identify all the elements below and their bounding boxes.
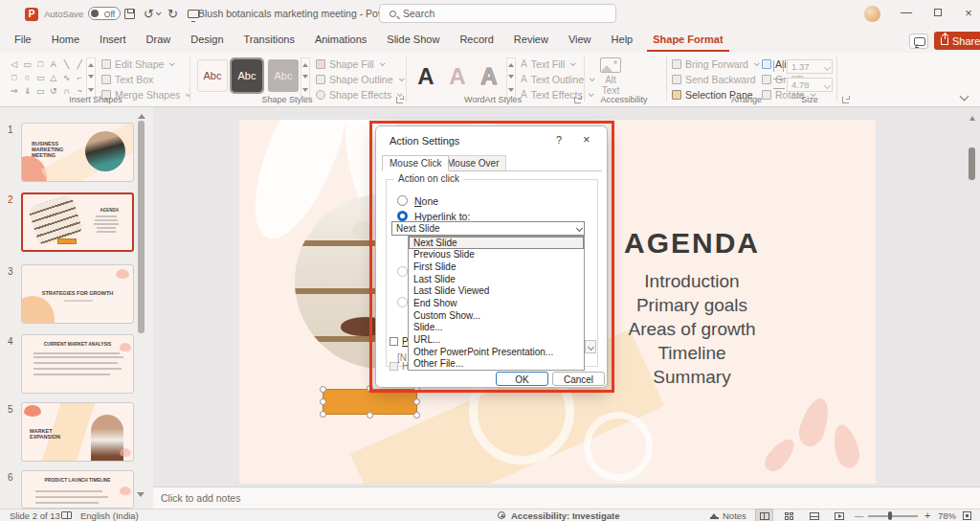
spellcheck-icon[interactable] bbox=[61, 511, 72, 519]
text-fill-button[interactable]: AText Fill bbox=[521, 57, 593, 71]
tab-review[interactable]: Review bbox=[508, 28, 554, 50]
notes-placeholder[interactable]: Click to add notes bbox=[161, 492, 240, 504]
wordart-dialog-launcher[interactable] bbox=[574, 97, 581, 103]
zoom-slider-thumb[interactable] bbox=[888, 511, 892, 520]
send-backward-button[interactable]: Send Backward bbox=[672, 72, 766, 86]
autosave-toggle[interactable]: Off bbox=[88, 7, 121, 20]
tab-mouse-click[interactable]: Mouse Click bbox=[382, 155, 449, 171]
normal-view-button[interactable] bbox=[756, 510, 772, 521]
tab-design[interactable]: Design bbox=[185, 28, 229, 50]
option-slide[interactable]: Slide... bbox=[409, 322, 584, 334]
slide-thumbnail-6[interactable]: PRODUCT LAUNCH TIMELINE bbox=[21, 470, 134, 509]
play-sound-checkbox[interactable] bbox=[390, 337, 398, 346]
tab-help[interactable]: Help bbox=[606, 28, 639, 50]
resize-handle-top-left[interactable] bbox=[320, 386, 326, 393]
option-custom-show[interactable]: Custom Show... bbox=[409, 309, 584, 322]
shape-style-swatch-3[interactable]: Abc bbox=[268, 59, 299, 92]
shape-fill-button[interactable]: Shape Fill bbox=[316, 57, 403, 71]
edit-shape-button[interactable]: Edit Shape bbox=[101, 57, 189, 71]
slide-thumbnail-4[interactable]: CURRENT MARKET ANALYSIS bbox=[21, 334, 134, 394]
tab-file[interactable]: File bbox=[9, 28, 37, 50]
option-url[interactable]: URL... bbox=[409, 334, 584, 347]
hyperlink-to-combobox[interactable]: Next Slide bbox=[391, 221, 585, 236]
shape-style-gallery-scroll[interactable] bbox=[301, 57, 310, 98]
dialog-help-button[interactable]: ? bbox=[556, 134, 562, 146]
wordart-style-2[interactable]: A bbox=[443, 58, 472, 95]
scroll-up-arrow[interactable] bbox=[969, 113, 975, 121]
selected-action-shape[interactable] bbox=[323, 389, 417, 415]
size-dialog-launcher[interactable] bbox=[842, 97, 849, 103]
bring-forward-button[interactable]: Bring Forward bbox=[672, 57, 766, 71]
reading-view-button[interactable] bbox=[806, 510, 822, 521]
highlight-click-checkbox[interactable] bbox=[390, 362, 398, 371]
save-button[interactable] bbox=[124, 6, 135, 21]
notes-toggle[interactable]: Notes bbox=[723, 510, 746, 521]
minimize-button[interactable]: — bbox=[898, 6, 915, 21]
language-indicator[interactable]: English (India) bbox=[80, 510, 139, 521]
radio-run-macro[interactable] bbox=[397, 297, 408, 307]
search-input[interactable]: Search bbox=[379, 4, 616, 23]
tab-shape-format[interactable]: Shape Format bbox=[647, 28, 728, 52]
wordart-gallery-scroll[interactable] bbox=[506, 57, 516, 98]
share-button[interactable]: Share bbox=[934, 32, 980, 50]
thumbnail-scroll-up-arrow[interactable] bbox=[138, 110, 145, 119]
option-other-presentation[interactable]: Other PowerPoint Presentation... bbox=[409, 346, 584, 358]
shape-style-swatch-2-selected[interactable]: Abc bbox=[232, 59, 262, 92]
tab-transitions[interactable]: Transitions bbox=[238, 28, 301, 50]
slide-counter[interactable]: Slide 2 of 13 bbox=[10, 510, 60, 521]
radio-hyperlink-to[interactable] bbox=[397, 211, 408, 221]
close-button[interactable]: × bbox=[960, 6, 977, 21]
option-last-slide-viewed[interactable]: Last Slide Viewed bbox=[409, 285, 584, 298]
option-end-show[interactable]: End Show bbox=[409, 297, 584, 309]
radio-none-label[interactable]: None bbox=[414, 195, 438, 207]
radio-run-program[interactable] bbox=[397, 266, 408, 277]
canvas-scrollbar[interactable] bbox=[968, 109, 977, 485]
option-last-slide[interactable]: Last Slide bbox=[409, 273, 584, 285]
slide-thumbnail-3[interactable]: STRATEGIES FOR GROWTH bbox=[21, 264, 134, 324]
slide-thumbnail-5[interactable]: MARKET EXPANSION bbox=[21, 402, 134, 462]
thumbnail-scroll-down-arrow[interactable] bbox=[137, 492, 145, 501]
scrollbar-thumb[interactable] bbox=[969, 147, 975, 180]
cancel-button[interactable]: Cancel bbox=[552, 372, 605, 386]
shape-gallery[interactable]: ◁▭□A╲╱ □○▭△∿⌐ ⇒⇓▭↺∩~ bbox=[8, 57, 86, 98]
zoom-in-button[interactable]: + bbox=[924, 510, 930, 521]
resize-handle-mid-left[interactable] bbox=[320, 398, 326, 405]
option-previous-slide[interactable]: Previous Slide bbox=[409, 249, 584, 261]
redo-button[interactable]: ↻ bbox=[167, 6, 178, 21]
zoom-out-button[interactable]: — bbox=[855, 510, 864, 521]
powerpoint-app-icon[interactable]: P bbox=[25, 8, 38, 21]
tab-record[interactable]: Record bbox=[454, 28, 499, 50]
shape-width-field[interactable]: 4.78 cm bbox=[787, 78, 833, 92]
tab-draw[interactable]: Draw bbox=[141, 28, 177, 50]
comments-button[interactable] bbox=[909, 34, 928, 49]
resize-handle-bottom-mid[interactable] bbox=[367, 412, 373, 419]
thumbnail-scrollbar[interactable] bbox=[138, 121, 145, 333]
option-next-slide[interactable]: Next Slide bbox=[409, 237, 584, 249]
text-box-button[interactable]: Text Box bbox=[101, 72, 189, 86]
alt-text-button[interactable]: Alt Text bbox=[591, 57, 630, 100]
user-avatar[interactable] bbox=[864, 6, 880, 22]
maximize-button[interactable] bbox=[929, 6, 947, 21]
shape-style-swatch-1[interactable]: Abc bbox=[197, 59, 228, 92]
fit-slide-to-window-button[interactable] bbox=[963, 511, 971, 520]
tab-home[interactable]: Home bbox=[46, 28, 85, 50]
shape-gallery-scroll[interactable] bbox=[86, 57, 96, 98]
slide-thumbnail-1[interactable]: BUSINESS MARKETING MEETING bbox=[21, 123, 134, 182]
slide-sorter-button[interactable] bbox=[781, 510, 797, 521]
ok-button[interactable]: OK bbox=[496, 372, 548, 386]
undo-button[interactable]: ↺ bbox=[144, 6, 160, 21]
slideshow-button[interactable] bbox=[831, 510, 847, 521]
shape-styles-dialog-launcher[interactable] bbox=[396, 97, 403, 103]
option-first-slide[interactable]: First Slide bbox=[409, 260, 584, 273]
tab-view[interactable]: View bbox=[563, 28, 597, 50]
notes-pane[interactable]: Click to add notes bbox=[153, 487, 980, 509]
dialog-close-button[interactable]: × bbox=[583, 132, 590, 147]
sound-combobox-chevron[interactable] bbox=[585, 340, 596, 353]
resize-handle-top-mid[interactable] bbox=[367, 385, 373, 392]
option-other-file[interactable]: Other File... bbox=[409, 358, 584, 371]
resize-handle-bottom-right[interactable] bbox=[413, 412, 420, 419]
text-outline-button[interactable]: AText Outline bbox=[521, 72, 593, 86]
radio-none[interactable] bbox=[397, 195, 408, 206]
slide-thumbnail-2-selected[interactable]: AGENDA bbox=[21, 193, 134, 252]
accessibility-status[interactable]: Accessibility: Investigate bbox=[511, 510, 620, 521]
